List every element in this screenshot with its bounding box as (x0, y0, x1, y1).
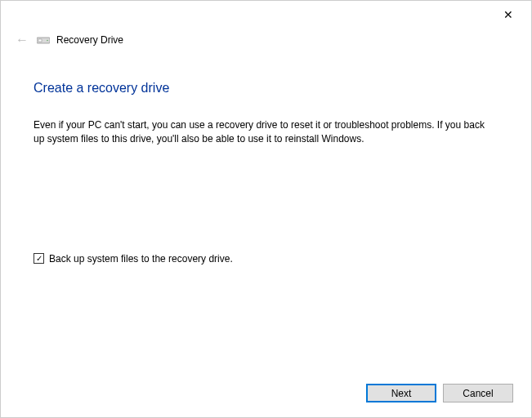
page-heading: Create a recovery drive (34, 81, 498, 96)
svg-point-2 (47, 40, 48, 42)
backup-checkbox-row[interactable]: ✓ Back up system files to the recovery d… (34, 253, 498, 265)
cancel-button[interactable]: Cancel (443, 384, 513, 402)
back-button[interactable]: ← (14, 32, 30, 48)
next-button[interactable]: Next (366, 384, 436, 402)
content-area: Create a recovery drive Even if your PC … (1, 48, 531, 265)
recovery-drive-icon (37, 35, 50, 45)
description-text: Even if your PC can't start, you can use… (34, 118, 491, 147)
footer-buttons: Next Cancel (366, 384, 513, 402)
close-button[interactable]: ✕ (492, 4, 525, 25)
backup-checkbox[interactable]: ✓ (34, 253, 44, 264)
window-title: Recovery Drive (56, 34, 123, 46)
svg-rect-1 (38, 39, 42, 42)
back-arrow-icon: ← (16, 33, 29, 47)
checkmark-icon: ✓ (36, 255, 42, 263)
close-icon: ✕ (503, 8, 513, 21)
backup-checkbox-label: Back up system files to the recovery dri… (49, 253, 233, 265)
header-row: ← Recovery Drive (1, 25, 531, 48)
titlebar: ✕ (1, 1, 531, 25)
